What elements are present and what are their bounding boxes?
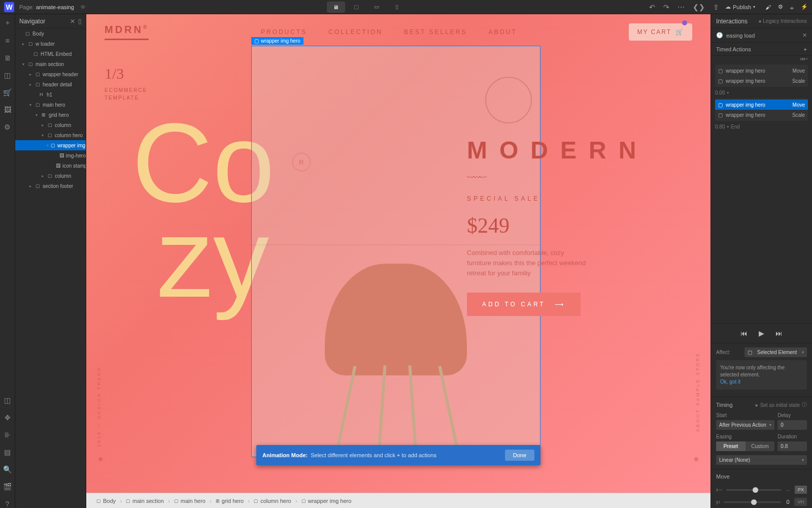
nav-item[interactable]: ▾▢main section [15, 59, 86, 69]
slide-counter: 1/3 ECOMMERCETEMPLATE [105, 65, 147, 102]
nav-about[interactable]: ABOUT [488, 28, 517, 36]
clock-icon: 🕐 [716, 32, 723, 39]
cms-icon[interactable]: ◫ [4, 71, 11, 79]
page-name[interactable]: animate-easing [36, 4, 74, 10]
nav-item[interactable]: Hh1 [15, 89, 86, 100]
device-tablet-landscape-icon[interactable]: ▭ [367, 2, 386, 13]
collapse-icon[interactable]: ▯ [78, 18, 82, 25]
pages-icon[interactable]: 🗎 [4, 54, 11, 62]
nav-item[interactable]: ▸▢section footer [15, 181, 86, 191]
video-icon[interactable]: 🎬 [3, 483, 12, 491]
nav-item[interactable]: ▸▢wrapper header [15, 69, 86, 79]
interaction-selector[interactable]: 🕐 easing load ✕ [711, 28, 812, 43]
set-initial-state[interactable]: ● Set as initial state ⓘ [755, 401, 807, 408]
export-icon[interactable]: ⇪ [711, 1, 721, 13]
nav-item[interactable]: ▸▢column [15, 171, 86, 181]
navigator-tree: ▢Body▸▢w loader▢HTML Embed▾▢main section… [15, 28, 86, 508]
cart-button[interactable]: MY CART 🛒 [629, 23, 692, 41]
affect-dropdown[interactable]: ▢ Selected Element▾ [745, 347, 807, 357]
code-icon[interactable]: ❮❯ [691, 1, 707, 13]
redo-icon[interactable]: ↷ [661, 1, 671, 13]
ecommerce-icon[interactable]: 🛒 [3, 88, 12, 97]
webflow-logo-icon[interactable]: W [4, 2, 14, 12]
brush-icon[interactable]: 🖌 [765, 4, 771, 10]
nav-item[interactable]: ▾▢main hero [15, 100, 86, 110]
search-icon[interactable]: 🔍 [3, 465, 12, 473]
nav-item[interactable]: ▢Body [15, 28, 86, 39]
tool-b-icon[interactable]: ✥ [5, 414, 11, 422]
add-element-icon[interactable]: ＋ [4, 18, 11, 27]
nav-item[interactable]: ▢HTML Embed [15, 49, 86, 59]
move-y-slider[interactable]: y↕ 0 VH [711, 496, 812, 508]
easing-mode-toggle[interactable]: Preset Custom [716, 441, 774, 451]
filter-icon[interactable]: ⏛ [790, 4, 794, 10]
assets-icon[interactable]: 🖼 [4, 106, 11, 114]
action-row[interactable]: ▢wrapper img heroMove [715, 100, 808, 110]
slider-dot-left[interactable] [98, 457, 103, 461]
device-desktop-icon[interactable]: 🖥 [327, 2, 345, 13]
list-icon[interactable]: ≡ [5, 37, 9, 45]
easing-dropdown[interactable]: Linear (None)▾ [716, 455, 807, 465]
breadcrumb-item[interactable]: ⊞grid hero [211, 498, 249, 504]
done-button[interactable]: Done [505, 450, 534, 461]
start-dropdown[interactable]: After Previous Action▾ [716, 420, 774, 430]
nav-item[interactable]: ▸▢header detail [15, 79, 86, 89]
brand-logo[interactable]: MDRN® [105, 24, 149, 40]
preset-tab[interactable]: Preset [716, 441, 746, 451]
action-row[interactable]: ▢wrapper img heroScale [715, 76, 808, 86]
publish-button[interactable]: ☁Publish▾ [725, 4, 755, 10]
duration-label: Duration [777, 434, 807, 439]
nav-item[interactable]: ▾▢wrapper img hero [15, 140, 86, 150]
arrow-right-icon: ⟶ [555, 301, 565, 308]
comments-icon[interactable]: ⋯ [675, 1, 687, 13]
selection-label[interactable]: ▢ wrapper img hero [251, 37, 303, 45]
preview-eye-icon[interactable]: 👁 [80, 4, 86, 10]
duration-input[interactable]: 0.8 [777, 441, 807, 451]
close-icon[interactable]: ✕ [70, 18, 75, 25]
gear-icon[interactable]: ⚙ [778, 4, 783, 10]
custom-tab[interactable]: Custom [746, 441, 775, 451]
add-to-cart-button[interactable]: ADD TO CART ⟶ [467, 293, 581, 316]
canvas[interactable]: MDRN® PRODUCTS COLLECTION BEST SELLERS A… [86, 14, 710, 493]
action-row[interactable]: ▢wrapper img heroMove [715, 66, 808, 76]
skip-back-icon[interactable]: ⏮ [740, 329, 748, 337]
interactions-panel: Interactions ● Legacy Interactions 🕐 eas… [710, 14, 812, 508]
breadcrumb-item[interactable]: ▢Body [91, 498, 121, 504]
nav-collection[interactable]: COLLECTION [328, 28, 383, 36]
breadcrumb-item[interactable]: ▢main hero [169, 498, 211, 504]
play-icon[interactable]: ▶ [759, 329, 764, 337]
legacy-interactions[interactable]: ● Legacy Interactions [758, 18, 807, 24]
tool-a-icon[interactable]: ◫ [4, 396, 11, 404]
animation-mode-text: Select different elements and click + to… [311, 452, 504, 458]
skip-fwd-icon[interactable]: ⏭ [775, 329, 783, 337]
undo-icon[interactable]: ↶ [647, 1, 657, 13]
breadcrumb-item[interactable]: ▢column hero [249, 498, 296, 504]
move-x-slider[interactable]: x↔ – PX [711, 484, 812, 496]
slider-dot-right[interactable] [694, 457, 698, 461]
delay-input[interactable]: 0 [777, 420, 807, 430]
close-icon[interactable]: ✕ [802, 32, 807, 39]
interactions-icon[interactable]: ⚡ [801, 4, 808, 10]
breadcrumb-item[interactable]: ▢wrapper img hero [296, 498, 357, 504]
nav-item[interactable]: ▾▢column hero [15, 130, 86, 140]
nav-item[interactable]: ▾⊞grid hero [15, 110, 86, 120]
nav-item[interactable]: ▸▢w loader [15, 39, 86, 49]
nav-item[interactable]: ▸▢column [15, 120, 86, 130]
ok-got-it-link[interactable]: Ok, got it [720, 379, 740, 385]
nav-item[interactable]: 🖼img-hero [15, 150, 86, 161]
canvas-area: MDRN® PRODUCTS COLLECTION BEST SELLERS A… [86, 14, 710, 508]
rewind-icon[interactable]: ⏮◂ [800, 56, 808, 61]
tool-d-icon[interactable]: ▤ [4, 448, 11, 456]
animation-mode-label: Animation Mode: [262, 452, 308, 458]
nav-products[interactable]: PRODUCTS [261, 28, 307, 36]
settings-icon[interactable]: ⚙ [4, 123, 11, 131]
breadcrumb-item[interactable]: ▢main section [121, 498, 169, 504]
add-action-icon[interactable]: + [804, 46, 807, 52]
action-row[interactable]: ▢wrapper img heroScale [715, 110, 808, 120]
tool-c-icon[interactable]: ⊪ [5, 431, 11, 439]
nav-bestsellers[interactable]: BEST SELLERS [404, 28, 467, 36]
device-mobile-icon[interactable]: ▯ [388, 2, 406, 13]
nav-item[interactable]: 🖼icon stamp [15, 161, 86, 171]
device-tablet-icon[interactable]: ▢ [347, 2, 365, 13]
help-icon[interactable]: ? [6, 500, 10, 508]
